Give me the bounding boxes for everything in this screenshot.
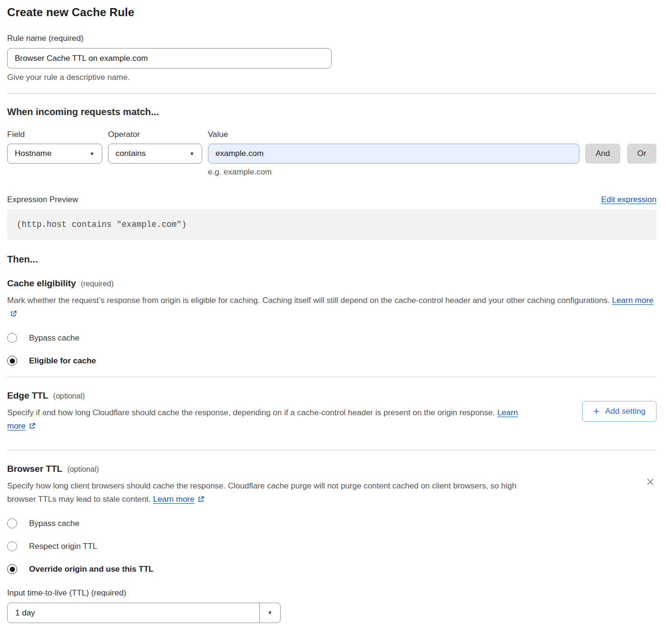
radio-bypass-cache[interactable]: Bypass cache [7,518,79,528]
value-input-wrap [208,144,579,164]
cache-eligibility-description: Mark whether the request’s response from… [7,294,656,322]
external-link-icon [29,422,36,431]
operator-select-value: contains [116,149,146,158]
radio-label: Bypass cache [29,519,79,528]
browser-ttl-title: Browser TTL [7,464,62,474]
then-heading: Then... [7,254,656,265]
create-cache-rule-form: Create new Cache Rule Rule name (require… [0,0,666,633]
value-column-label: Value [208,130,656,139]
optional-tag: (optional) [53,392,85,400]
radio-label: Override origin and use this TTL [29,565,154,574]
or-button[interactable]: Or [627,144,656,164]
expression-preview-row: Expression Preview Edit expression [7,195,656,205]
plus-icon: + [593,406,599,417]
expression-preview-label: Expression Preview [7,195,78,205]
required-tag: (required) [81,280,114,288]
chevron-down-icon: ▼ [267,610,273,615]
ttl-input-label: Input time-to-live (TTL) (required) [7,588,656,598]
section-divider [7,93,656,94]
expression-code-block: (http.host contains "example.com") [7,209,656,240]
match-heading: When incoming requests match... [7,107,656,117]
close-icon[interactable] [645,477,656,488]
rule-name-help: Give your rule a descriptive name. [7,73,656,82]
section-divider [7,450,656,450]
learn-more-link[interactable]: Learn more [612,296,654,305]
external-link-icon [197,496,205,505]
match-condition-row: Hostname ▼ contains ▼ And Or [7,144,656,164]
radio-circle-icon [7,541,17,551]
add-setting-button[interactable]: + Add setting [582,401,656,422]
field-select-value: Hostname [15,149,51,158]
section-divider [7,377,656,377]
operator-select[interactable]: contains ▼ [108,144,202,164]
page-title: Create new Cache Rule [7,6,656,19]
browser-ttl-description: Specify how long client browsers should … [7,479,533,507]
cache-eligibility-options: Bypass cache Eligible for cache [7,333,656,366]
radio-label: Eligible for cache [29,356,96,366]
ttl-select-arrow-button[interactable]: ▼ [259,603,280,623]
description-text: Mark whether the request’s response from… [7,296,610,305]
optional-tag: (optional) [67,465,99,474]
operator-column-label: Operator [108,130,202,139]
radio-circle-icon [7,333,17,343]
field-column-label: Field [7,130,102,139]
cache-eligibility-section: Cache eligibility (required) Mark whethe… [7,278,656,366]
and-button[interactable]: And [585,144,620,164]
ttl-select[interactable]: 1 day ▼ [7,603,281,623]
radio-circle-checked-icon [7,564,17,574]
value-input[interactable] [208,144,579,164]
description-text: Specify if and how long Cloudflare shoul… [7,408,495,417]
ttl-select-value: 1 day [8,603,259,623]
browser-ttl-options: Bypass cache Respect origin TTL Override… [7,518,656,574]
radio-eligible-for-cache[interactable]: Eligible for cache [7,356,96,366]
edge-ttl-title: Edge TTL [7,390,49,401]
external-link-icon [10,310,17,319]
cache-eligibility-title: Cache eligibility [7,278,76,289]
add-setting-label: Add setting [605,407,646,416]
field-select[interactable]: Hostname ▼ [7,144,102,164]
radio-label: Respect origin TTL [29,542,97,551]
radio-circle-checked-icon [7,356,17,366]
learn-more-link[interactable]: Learn more [153,495,195,504]
radio-override-origin-ttl[interactable]: Override origin and use this TTL [7,564,154,574]
match-column-labels: Field Operator Value [7,130,656,139]
radio-bypass-cache[interactable]: Bypass cache [7,333,79,343]
rule-name-label: Rule name (required) [7,34,656,43]
edit-expression-link[interactable]: Edit expression [601,195,656,205]
radio-circle-icon [7,518,17,528]
description-text: Specify how long client browsers should … [7,481,517,504]
rule-name-input[interactable] [7,48,332,68]
edge-ttl-section: Edge TTL (optional) + Add setting Specif… [7,390,656,434]
radio-label: Bypass cache [29,333,79,343]
value-example-help: e.g. example.com [208,167,656,177]
chevron-down-icon: ▼ [189,151,195,156]
radio-respect-origin-ttl[interactable]: Respect origin TTL [7,541,97,551]
edge-ttl-description: Specify if and how long Cloudflare shoul… [7,406,533,434]
browser-ttl-section: Browser TTL (optional) Specify how long … [7,464,656,623]
chevron-down-icon: ▼ [89,151,95,156]
